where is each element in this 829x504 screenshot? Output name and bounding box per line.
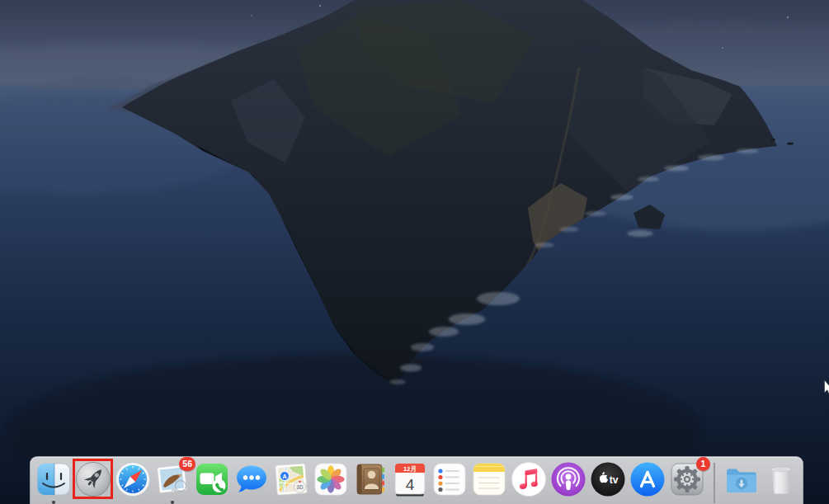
dock-item-tv[interactable]: tv [589,460,627,498]
app-store-icon [629,460,666,498]
tv-icon: tv [589,460,627,498]
calendar-month-label: 12月 [403,465,417,473]
dock-item-notes[interactable] [470,460,508,498]
safari-icon [114,460,152,498]
wallpaper-image [0,0,829,504]
dock: 56 [30,456,803,504]
mouse-cursor [824,379,829,396]
dock-item-downloads[interactable] [723,460,761,498]
dock-item-safari[interactable] [114,460,152,498]
dock-item-facetime[interactable] [193,460,231,498]
dock-item-launchpad[interactable] [74,460,112,498]
dock-item-app-store[interactable] [629,460,666,498]
running-indicator [52,501,55,504]
dock-separator [714,463,715,503]
dock-item-reminders[interactable] [431,460,469,498]
dock-item-maps[interactable]: A 3D [272,460,310,498]
dock-item-photos[interactable] [312,460,350,498]
dock-item-podcasts[interactable] [549,460,587,498]
desktop: 56 [0,0,829,504]
music-icon [510,460,548,498]
maps-icon: A 3D [272,460,310,498]
tv-label: tv [610,474,619,486]
downloads-folder-icon [723,460,761,498]
running-indicator [171,501,174,504]
messages-icon [233,460,271,498]
finder-icon [35,460,73,498]
dock-item-contacts[interactable] [351,460,389,498]
dock-item-mail[interactable]: 56 [153,460,191,498]
facetime-icon [193,460,231,498]
calendar-day-label: 4 [406,476,415,493]
photos-icon [312,460,350,498]
calendar-icon: 12月 4 [391,460,429,498]
notification-badge: 1 [696,457,710,471]
dock-item-system-preferences[interactable]: 1 [668,460,706,498]
dock-item-calendar[interactable]: 12月 4 [391,460,429,498]
dock-item-messages[interactable] [233,460,271,498]
reminders-icon [431,460,469,498]
podcasts-icon [549,460,587,498]
dock-item-trash[interactable] [762,460,800,498]
maps-compass-label: 3D [296,484,304,490]
notes-icon [470,460,508,498]
contacts-icon [351,460,389,498]
dock-item-finder[interactable] [35,460,73,498]
maps-marker-label: A [282,473,286,479]
trash-icon [762,460,800,498]
launchpad-highlight-box [73,459,113,499]
dock-item-music[interactable] [510,460,548,498]
notification-badge: 56 [179,457,195,471]
